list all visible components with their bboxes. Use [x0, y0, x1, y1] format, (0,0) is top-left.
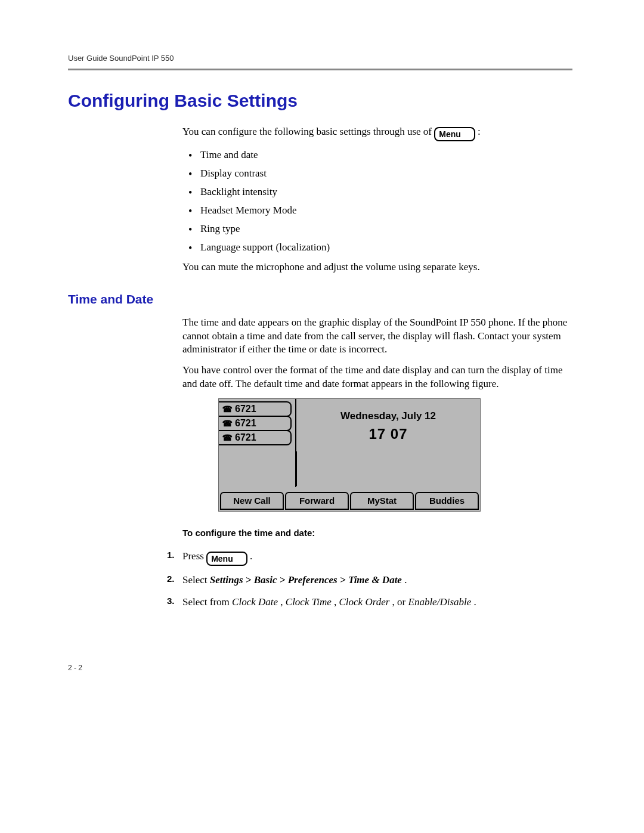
list-item: Ring type: [182, 222, 572, 236]
lcd-time: 17 07: [296, 425, 480, 444]
menu-key-icon: Menu: [206, 552, 247, 566]
procedure-heading: To configure the time and date:: [182, 527, 572, 539]
line-key: ☎ 6721: [219, 416, 292, 431]
after-bullets: You can mute the microphone and adjust t…: [182, 261, 572, 274]
list-item: Headset Memory Mode: [182, 204, 572, 218]
lcd-date: Wednesday, July 12: [296, 410, 480, 423]
line-key: ☎ 6721: [219, 401, 292, 417]
step-text: .: [404, 574, 407, 586]
list-item: Display contrast: [182, 167, 572, 181]
softkey-mystat: MyStat: [350, 492, 414, 510]
lcd-main-area: Wednesday, July 12 17 07: [296, 399, 480, 487]
line-key: ☎ 6721: [219, 430, 292, 445]
list-item: Backlight intensity: [182, 185, 572, 199]
step-text: .: [250, 550, 252, 562]
option: Clock Order: [339, 596, 390, 608]
step-text: Select: [182, 574, 210, 586]
header-rule: [68, 69, 572, 70]
menu-path: Settings > Basic > Preferences > Time & …: [210, 574, 402, 586]
softkey-row: New Call Forward MyStat Buddies: [219, 492, 480, 511]
intro-suffix: :: [478, 126, 481, 137]
option: Enable/Disable: [408, 596, 472, 608]
phone-icon: ☎: [222, 433, 233, 442]
line-key-label: 6721: [235, 402, 256, 416]
divider-line: [296, 451, 297, 486]
step: Select Settings > Basic > Preferences > …: [167, 572, 572, 588]
subsection-body: The time and date appears on the graphic…: [182, 316, 572, 610]
lcd-figure: ☎ 6721 ☎ 6721 ☎ 6721 Wednesday,: [218, 398, 481, 512]
settings-bullet-list: Time and date Display contrast Backlight…: [182, 148, 572, 255]
step-text: , or: [392, 596, 408, 608]
option: Clock Date: [232, 596, 278, 608]
procedure-steps: Press Menu . Select Settings > Basic > P…: [167, 548, 572, 610]
time-date-para1: The time and date appears on the graphic…: [182, 316, 572, 357]
phone-icon: ☎: [222, 405, 233, 413]
intro-line: You can configure the following basic se…: [182, 125, 572, 141]
page-number: 2 - 2: [68, 664, 572, 672]
section-title: Configuring Basic Settings: [68, 91, 572, 111]
step-text: .: [474, 596, 476, 608]
subsection-title: Time and Date: [68, 292, 572, 306]
list-item: Language support (localization): [182, 241, 572, 255]
section-body: You can configure the following basic se…: [182, 125, 572, 274]
menu-key-icon: Menu: [434, 127, 475, 141]
option: Clock Time: [286, 596, 332, 608]
line-key-label: 6721: [235, 431, 256, 444]
intro-prefix: You can configure the following basic se…: [182, 126, 434, 137]
line-keys-column: ☎ 6721 ☎ 6721 ☎ 6721: [219, 399, 296, 487]
lcd-screen: ☎ 6721 ☎ 6721 ☎ 6721 Wednesday,: [218, 398, 481, 512]
step-text: ,: [334, 596, 339, 608]
softkey-forward: Forward: [285, 492, 349, 510]
line-key-label: 6721: [235, 417, 256, 430]
phone-icon: ☎: [222, 419, 233, 428]
page: User Guide SoundPoint IP 550 Configuring…: [0, 0, 644, 708]
step-text: Select from: [182, 596, 232, 608]
step: Select from Clock Date , Clock Time , Cl…: [167, 594, 572, 610]
step-text: Press: [182, 550, 206, 562]
list-item: Time and date: [182, 148, 572, 162]
softkey-buddies: Buddies: [415, 492, 479, 510]
step-text: ,: [280, 596, 286, 608]
running-head: User Guide SoundPoint IP 550: [68, 54, 572, 63]
step: Press Menu .: [167, 548, 572, 566]
time-date-para2: You have control over the format of the …: [182, 364, 572, 391]
softkey-new-call: New Call: [220, 492, 284, 510]
